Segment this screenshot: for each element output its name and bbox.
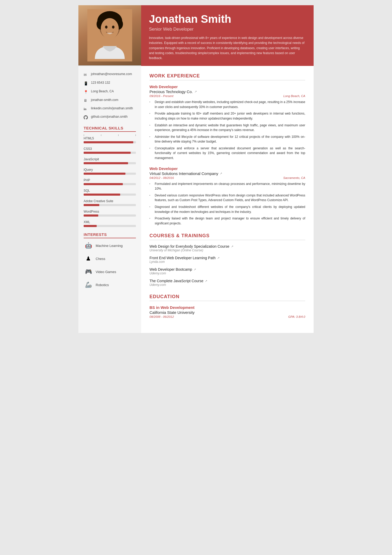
candidate-title: Senior Web Developer	[149, 27, 306, 32]
job-bullet: ▪ Diagnosed and troubleshoot different w…	[149, 205, 305, 214]
bullet-icon: ▪	[149, 182, 153, 191]
course-source: Lynda.com	[149, 260, 305, 264]
interests-section-title: INTERESTS	[84, 232, 136, 238]
skill-markers	[84, 134, 136, 136]
interest-icon: 🎮	[84, 267, 93, 276]
interest-icon: 🤖	[84, 241, 93, 250]
bullet-icon: ▪	[149, 194, 153, 203]
job-bullet: ▪ Provide adequate training to 60+ staff…	[149, 111, 305, 121]
contact-github: github.com/jonathan.smith	[84, 115, 136, 121]
courses-section: COURSES & TRAININGS Web Design for Every…	[149, 233, 305, 287]
header: Jonathan Smith Senior Web Developer Inno…	[78, 5, 314, 66]
sidebar: ✉ johnathan@novoresume.com 📱 123 6543 13…	[78, 66, 141, 333]
bullet-icon: ▪	[149, 112, 153, 121]
interests-list: 🤖 Machine Learning ♟ Chess 🎮 Video Games…	[84, 241, 136, 290]
education-section: EDUCATION BS in Web Development Californ…	[149, 294, 305, 318]
phone-icon: 📱	[84, 81, 88, 86]
website-icon: 🖥	[84, 99, 88, 103]
resume: Jonathan Smith Senior Web Developer Inno…	[78, 5, 314, 333]
bullet-icon: ▪	[149, 100, 153, 109]
bullet-text: Proactively liaised with the design team…	[155, 216, 305, 226]
bullet-text: Devised various custom responsive WordPr…	[155, 193, 305, 203]
marker-3	[118, 134, 119, 136]
external-link-icon: ↗	[205, 279, 207, 283]
contact-location: 📍 Long Beach, CA	[84, 89, 136, 94]
work-experience-section: WORK EXPERIENCE Web Developer Precious T…	[149, 73, 305, 226]
skill-bar-fill	[84, 225, 97, 227]
interest-item: 🦾 Robotics	[84, 280, 136, 290]
skill-bar-bg	[84, 162, 136, 164]
bullet-text: Establish an interactive and dynamic web…	[155, 123, 305, 133]
profile-photo	[78, 5, 141, 65]
external-link-icon: ↗	[220, 172, 222, 175]
skill-bar-bg	[84, 214, 136, 217]
course-source: Udemy.com	[149, 271, 305, 275]
edu-date-range: 08/2008 - 06/2012	[149, 315, 174, 318]
course-item: Web Design for Everybody Specialization …	[149, 244, 305, 252]
skill-item: WordPress	[84, 210, 136, 217]
skill-bar-bg	[84, 173, 136, 175]
job-meta: 04/2012 - 08/2016 Sacramento, CA	[149, 176, 305, 179]
skill-bar-bg	[84, 194, 136, 196]
skill-item: JavaScripit	[84, 157, 136, 164]
job-location: Sacramento, CA	[283, 176, 305, 179]
skill-item: PHP	[84, 178, 136, 185]
skill-bar-bg	[84, 152, 136, 154]
candidate-name: Jonathan Smith	[149, 13, 306, 25]
svg-point-7	[112, 26, 115, 29]
marker-2	[101, 134, 101, 136]
external-link-icon: ↗	[194, 90, 197, 93]
skill-item: XML	[84, 220, 136, 227]
contact-email: ✉ johnathan@novoresume.com	[84, 72, 136, 77]
external-link-icon: ↗	[217, 256, 220, 260]
bullet-text: Administer the full lifecycle of softwar…	[155, 134, 305, 144]
main-content: WORK EXPERIENCE Web Developer Precious T…	[141, 66, 314, 333]
job-bullet: ▪ Design and establish user-friendly web…	[149, 100, 305, 109]
skill-name: JavaScripit	[84, 157, 136, 161]
skill-bar-fill	[84, 183, 123, 185]
interest-label: Robotics	[96, 283, 109, 287]
skill-name: XML	[84, 220, 136, 224]
job-bullets: ▪ Formulated and implement improvements …	[149, 182, 305, 226]
skill-name: PHP	[84, 178, 136, 182]
bullet-text: Provide adequate training to 60+ staff m…	[155, 111, 305, 121]
job-bullet: ▪ Administer the full lifecycle of softw…	[149, 134, 305, 144]
bullet-icon: ▪	[149, 135, 153, 144]
skill-item: CSS3	[84, 147, 136, 154]
contact-website: 🖥 jonathan-smith.com	[84, 98, 136, 103]
skill-name: Adobe Creative Suite	[84, 199, 136, 203]
interest-label: Chess	[96, 257, 105, 261]
course-source: University of Michigan (Online Course)	[149, 248, 305, 252]
marker-4	[135, 134, 136, 136]
external-link-icon: ↗	[194, 268, 196, 271]
skill-name: HTML5	[84, 137, 136, 140]
svg-point-5	[101, 18, 119, 39]
edu-degree: BS in Web Development	[149, 305, 305, 310]
candidate-bio: Innovative, task-driven professional wit…	[149, 36, 306, 61]
bullet-icon: ▪	[149, 124, 153, 133]
course-item: Web Developer Bootcamp ↗ Udemy.com	[149, 267, 305, 275]
job-meta: 09/2016 - Present Long Beach, CA	[149, 94, 305, 98]
skills-section-title: TECHNICAL SKILLS	[84, 126, 136, 132]
bullet-text: Design and establish user-friendly websi…	[155, 100, 305, 109]
work-section-title: WORK EXPERIENCE	[149, 73, 305, 80]
skill-bar-fill	[84, 204, 99, 206]
job-bullet: ▪ Devised various custom responsive Word…	[149, 193, 305, 203]
external-link-icon: ↗	[231, 245, 233, 248]
job-item: Web Developer Precious Technology Co. ↗ …	[149, 84, 305, 161]
job-date-range: 04/2012 - 08/2016	[149, 176, 174, 179]
skill-bar-fill	[84, 194, 120, 196]
edu-school: California State University	[149, 310, 305, 315]
skill-item: iQuery	[84, 168, 136, 175]
job-bullet: ▪ Proactively liaised with the design te…	[149, 216, 305, 226]
edu-meta: 08/2008 - 06/2012 GPA: 3.8/4.0	[149, 315, 305, 318]
skill-bar-fill	[84, 141, 133, 143]
skill-item: Adobe Creative Suite	[84, 199, 136, 206]
education-list: BS in Web Development California State U…	[149, 305, 305, 318]
skill-name: SQL	[84, 189, 136, 192]
skill-item: SQL	[84, 189, 136, 196]
photo-silhouette	[86, 9, 133, 61]
job-bullet: ▪ Establish an interactive and dynamic w…	[149, 123, 305, 133]
course-item: The Complete JavaScript Course ↗ Udemy.c…	[149, 279, 305, 287]
education-section-title: EDUCATION	[149, 294, 305, 301]
